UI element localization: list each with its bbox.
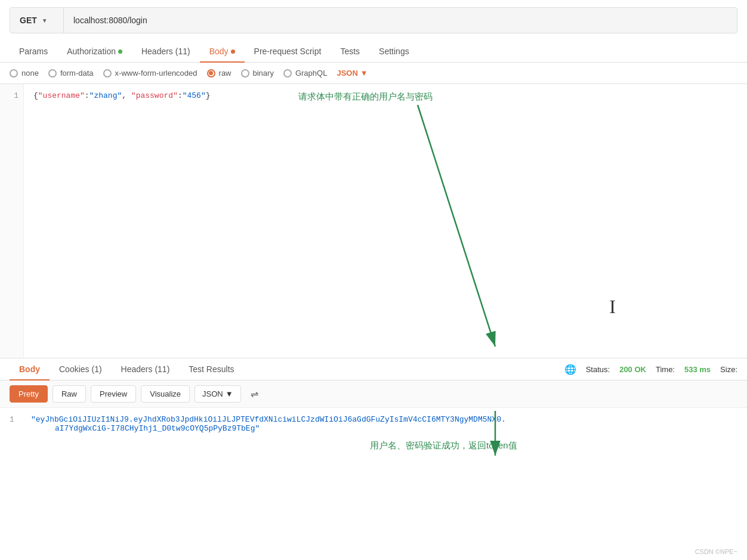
radio-inner-raw <box>209 71 213 75</box>
resp-tab-body[interactable]: Body <box>10 358 50 380</box>
radio-circle-none <box>10 69 18 78</box>
resp-tab-cookies[interactable]: Cookies (1) <box>50 358 112 380</box>
tab-settings[interactable]: Settings <box>369 41 419 62</box>
tab-body[interactable]: Body <box>200 41 245 62</box>
tab-pre-request-script[interactable]: Pre-request Script <box>245 41 331 62</box>
status-value: 200 OK <box>619 365 646 374</box>
status-label: Status: <box>586 365 610 374</box>
line-numbers: 1 <box>0 84 24 358</box>
radio-raw[interactable]: raw <box>207 69 231 78</box>
radio-graphql[interactable]: GraphQL <box>283 69 327 78</box>
code-content[interactable]: {"username":"zhang", "password":"456"} <box>24 84 747 358</box>
radio-circle-graphql <box>283 69 292 78</box>
radio-circle-binary <box>241 69 249 78</box>
response-tabs-row: Body Cookies (1) Headers (11) Test Resul… <box>0 358 747 380</box>
wrap-icon[interactable]: ⇌ <box>251 388 258 400</box>
url-input[interactable] <box>64 16 737 25</box>
body-type-row: none form-data x-www-form-urlencoded raw… <box>0 63 747 84</box>
method-selector[interactable]: GET ▼ <box>10 8 64 33</box>
json-key-username: "username" <box>38 91 85 100</box>
authorization-dot <box>118 49 122 54</box>
json-brace-open: { <box>33 91 38 100</box>
format-pretty-btn[interactable]: Pretty <box>10 385 48 403</box>
time-value: 533 ms <box>684 365 711 374</box>
radio-circle-form-data <box>48 69 57 78</box>
url-bar: GET ▼ <box>10 7 737 33</box>
size-label: Size: <box>720 365 737 374</box>
json-dropdown[interactable]: JSON ▼ <box>337 69 368 78</box>
radio-circle-raw <box>207 69 215 78</box>
tab-headers[interactable]: Headers (11) <box>132 41 200 62</box>
tab-authorization[interactable]: Authorization <box>57 41 132 62</box>
editor-area: 1 {"username":"zhang", "password":"456"}… <box>0 84 747 358</box>
annotation-top-text: 请求体中带有正确的用户名与密码 <box>298 91 433 103</box>
chevron-down-icon: ▼ <box>226 389 233 398</box>
json-brace-close: } <box>206 91 211 100</box>
response-area: 1 "eyJhbGciOiJIUzI1NiJ9.eyJhdXRob3JpdHki… <box>0 408 747 459</box>
radio-urlencoded[interactable]: x-www-form-urlencoded <box>103 69 197 78</box>
response-code: "eyJhbGciOiJIUzI1NiJ9.eyJhdXRob3JpdHkiOi… <box>31 415 506 433</box>
json-key-password: "password" <box>131 91 178 100</box>
annotation-bottom-text: 用户名、密码验证成功，返回token值 <box>370 440 747 459</box>
json-value-password: "456" <box>183 91 206 100</box>
tabs-row: Params Authorization Headers (11) Body P… <box>0 41 747 63</box>
time-label: Time: <box>656 365 675 374</box>
response-line1: "eyJhbGciOiJIUzI1NiJ9.eyJhdXRob3JpdHkiOi… <box>31 415 506 424</box>
format-visualize-btn[interactable]: Visualize <box>141 385 190 403</box>
resp-tab-headers[interactable]: Headers (11) <box>112 358 180 380</box>
format-raw-btn[interactable]: Raw <box>53 385 86 403</box>
format-preview-btn[interactable]: Preview <box>91 385 136 403</box>
response-line2: aI7YdgWxCiG-I78CHyIhj1_D0tw9cOYQ5pPyBz9T… <box>55 424 260 433</box>
radio-none[interactable]: none <box>10 69 39 78</box>
globe-icon: 🌐 <box>564 364 576 375</box>
status-area: 🌐 Status: 200 OK Time: 533 ms Size: <box>564 364 737 375</box>
response-content: 1 "eyJhbGciOiJIUzI1NiJ9.eyJhdXRob3JpdHki… <box>0 408 747 440</box>
method-label: GET <box>20 16 37 25</box>
chevron-down-icon: ▼ <box>360 69 368 78</box>
tab-tests[interactable]: Tests <box>331 41 369 62</box>
radio-circle-urlencoded <box>103 69 112 78</box>
body-dot <box>231 49 235 54</box>
response-format-dropdown[interactable]: JSON ▼ <box>195 385 241 403</box>
json-value-username: "zhang" <box>89 91 122 100</box>
tab-params[interactable]: Params <box>10 41 57 62</box>
response-line-numbers: 1 <box>10 415 21 433</box>
radio-binary[interactable]: binary <box>241 69 274 78</box>
chevron-down-icon: ▼ <box>42 17 48 24</box>
response-format-row: Pretty Raw Preview Visualize JSON ▼ ⇌ <box>0 380 747 408</box>
radio-form-data[interactable]: form-data <box>48 69 94 78</box>
resp-tab-test-results[interactable]: Test Results <box>179 358 243 380</box>
watermark: CSDN ©NPE~ <box>695 548 737 555</box>
